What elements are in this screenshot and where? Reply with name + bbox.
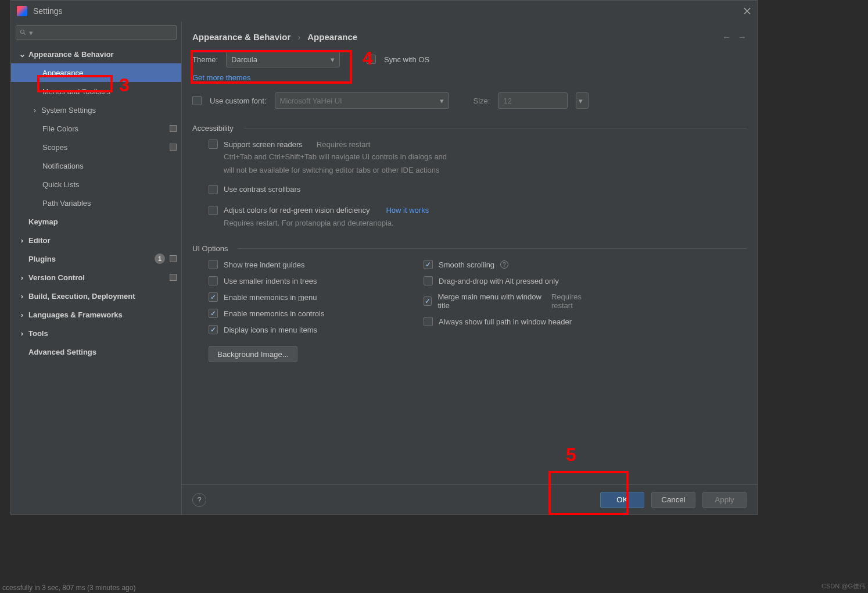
tree-menus-toolbars[interactable]: Menus and Toolbars (11, 82, 181, 101)
chevron-right-icon: › (31, 106, 39, 115)
icons-menu-checkbox[interactable]: ✓ (209, 325, 218, 334)
tree-plugins[interactable]: Plugins1 (11, 249, 181, 268)
tree-version-control[interactable]: ›Version Control (11, 268, 181, 287)
tree-build[interactable]: ›Build, Execution, Deployment (11, 287, 181, 305)
screen-readers-desc2: will not be available for switching edit… (192, 165, 747, 177)
info-icon[interactable]: ? (500, 260, 508, 269)
smooth-label: Smooth scrolling (439, 260, 494, 269)
font-size-input[interactable]: 12 (498, 92, 568, 109)
breadcrumb-current: Appearance (307, 32, 357, 42)
breadcrumb: Appearance & Behavior › Appearance ← → (182, 22, 757, 47)
chevron-down-icon: ▾ (440, 97, 444, 105)
font-select[interactable]: Microsoft YaHei UI ▾ (275, 92, 449, 109)
project-marker-icon (170, 274, 177, 281)
project-marker-icon (170, 255, 177, 262)
settings-dialog: Settings ▾ ⌄ Appearance & Behavior Appea… (10, 0, 758, 515)
chevron-down-icon: ▾ (579, 97, 583, 105)
status-line: ccessfully in 3 sec, 807 ms (3 minutes a… (0, 583, 138, 593)
custom-font-label: Use custom font: (210, 97, 267, 105)
sidebar: ▾ ⌄ Appearance & Behavior Appearance Men… (11, 22, 182, 515)
tree-editor[interactable]: ›Editor (11, 231, 181, 249)
font-size-stepper[interactable]: ▾ (576, 92, 589, 109)
chevron-right-icon: › (18, 273, 26, 282)
search-input[interactable]: ▾ (16, 25, 177, 40)
merge-menu-label: Merge main menu with window title (437, 292, 542, 310)
size-label: Size: (474, 97, 490, 105)
help-button[interactable]: ? (192, 493, 206, 507)
screen-readers-hint: Requires restart (317, 140, 370, 149)
theme-label: Theme: (192, 55, 218, 64)
plugins-badge: 1 (155, 253, 165, 264)
chevron-down-icon: ⌄ (18, 50, 26, 59)
dnd-alt-checkbox[interactable] (424, 276, 433, 285)
dialog-footer: ? OK Cancel Apply (182, 484, 757, 515)
sync-os-label: Sync with OS (384, 55, 429, 64)
tree-tools[interactable]: ›Tools (11, 324, 181, 342)
tree-file-colors[interactable]: File Colors (11, 119, 181, 138)
tree-appearance-behavior[interactable]: ⌄ Appearance & Behavior (11, 45, 181, 63)
tree-quick-lists[interactable]: Quick Lists (11, 175, 181, 194)
apply-button[interactable]: Apply (702, 492, 747, 508)
how-it-works-link[interactable]: How it works (386, 206, 429, 215)
tree-system-settings[interactable]: ›System Settings (11, 101, 181, 119)
mnemonics-menu-label: Enable mnemonics in menu (224, 293, 317, 302)
mnemonics-controls-label: Enable mnemonics in controls (224, 309, 324, 318)
colorblind-checkbox[interactable] (209, 206, 218, 215)
background-image-button[interactable]: Background Image... (209, 346, 297, 362)
breadcrumb-sep: › (297, 32, 300, 42)
sync-os-checkbox[interactable] (367, 55, 376, 64)
tree-languages[interactable]: ›Languages & Frameworks (11, 305, 181, 324)
get-themes-link[interactable]: Get more themes (192, 73, 250, 82)
breadcrumb-parent[interactable]: Appearance & Behavior (192, 32, 290, 42)
chevron-right-icon: › (18, 329, 26, 338)
cancel-button[interactable]: Cancel (651, 492, 695, 508)
search-caret: ▾ (29, 28, 33, 37)
tree-notifications[interactable]: Notifications (11, 156, 181, 175)
tree-keymap[interactable]: Keymap (11, 212, 181, 231)
project-marker-icon (170, 144, 177, 151)
custom-font-checkbox[interactable] (192, 96, 202, 105)
theme-select[interactable]: Darcula ▾ (226, 51, 340, 67)
accessibility-title: Accessibility (192, 124, 747, 133)
titlebar: Settings (11, 1, 757, 22)
smaller-indents-label: Use smaller indents in trees (224, 277, 317, 285)
smaller-indents-checkbox[interactable] (209, 276, 218, 285)
full-path-label: Always show full path in window header (439, 317, 572, 326)
merge-menu-checkbox[interactable]: ✓ (424, 296, 432, 306)
contrast-checkbox[interactable] (209, 185, 218, 194)
nav-back-icon[interactable]: ← (722, 32, 731, 42)
ok-button[interactable]: OK (600, 492, 644, 508)
chevron-down-icon: ▾ (331, 55, 335, 64)
screen-readers-checkbox[interactable] (209, 140, 218, 149)
tree-advanced[interactable]: Advanced Settings (11, 342, 181, 361)
mnemonics-controls-checkbox[interactable]: ✓ (209, 309, 218, 318)
close-icon[interactable] (743, 7, 751, 15)
colorblind-hint: Requires restart. For protanopia and deu… (192, 217, 747, 230)
tree-guides-label: Show tree indent guides (224, 260, 304, 269)
contrast-label: Use contrast scrollbars (224, 185, 300, 194)
project-marker-icon (170, 125, 177, 132)
tree-path-variables[interactable]: Path Variables (11, 194, 181, 212)
merge-menu-hint: Requires restart (551, 292, 599, 310)
screen-readers-desc1: Ctrl+Tab and Ctrl+Shift+Tab will navigat… (192, 151, 747, 163)
full-path-checkbox[interactable] (424, 317, 433, 326)
smooth-checkbox[interactable]: ✓ (424, 260, 433, 269)
app-icon (17, 6, 27, 16)
svg-point-0 (21, 30, 24, 34)
dnd-alt-label: Drag-and-drop with Alt pressed only (439, 277, 559, 285)
tree-scopes[interactable]: Scopes (11, 138, 181, 156)
chevron-right-icon: › (18, 236, 26, 245)
nav-forward-icon[interactable]: → (738, 32, 747, 42)
colorblind-label: Adjust colors for red-green vision defic… (224, 206, 370, 215)
tree-guides-checkbox[interactable] (209, 260, 218, 269)
tree-appearance[interactable]: Appearance (11, 63, 181, 82)
chevron-right-icon: › (18, 310, 26, 319)
chevron-right-icon: › (18, 292, 26, 301)
settings-tree: ⌄ Appearance & Behavior Appearance Menus… (11, 44, 181, 515)
mnemonics-menu-checkbox[interactable]: ✓ (209, 292, 218, 302)
screen-readers-label: Support screen readers (224, 140, 303, 149)
dialog-title: Settings (33, 6, 63, 16)
watermark: CSDN @G佳伟 (822, 582, 866, 591)
icons-menu-label: Display icons in menu items (224, 326, 317, 334)
ui-options-title: UI Options (192, 244, 747, 253)
